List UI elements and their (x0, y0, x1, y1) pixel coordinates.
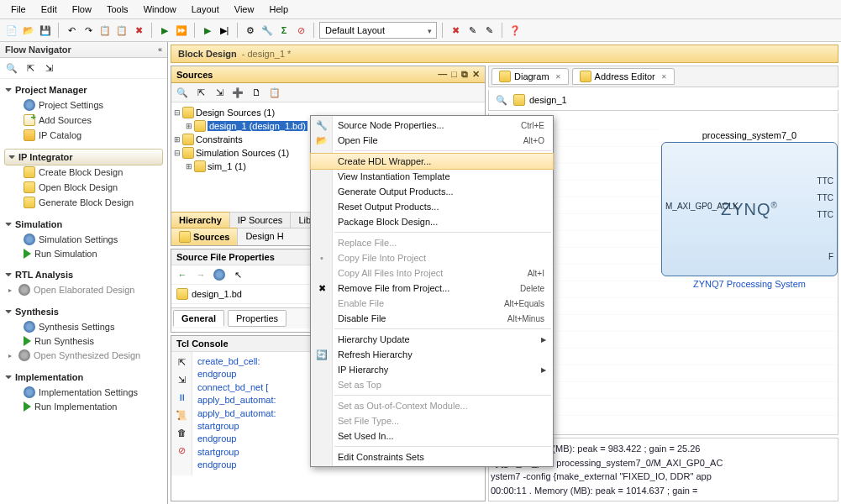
fn-section-project-manager[interactable]: ⏷ Project Manager (5, 82, 162, 97)
minimize-icon[interactable]: — (438, 69, 447, 80)
expand-all-icon[interactable]: ⇲ (41, 60, 56, 76)
fn-item-open-block-design[interactable]: Open Block Design (5, 180, 162, 195)
wand-icon[interactable]: ✎ (465, 23, 480, 38)
tab-ip-sources[interactable]: IP Sources (230, 213, 292, 228)
fn-section-ip-integrator[interactable]: ⏷ IP Integrator (4, 149, 163, 165)
fn-item-ip-catalog[interactable]: IP Catalog (5, 128, 162, 143)
search-icon[interactable]: 🔍 (175, 85, 190, 100)
undo-icon[interactable]: ↶ (64, 23, 79, 38)
fn-item-project-settings[interactable]: Project Settings (5, 97, 162, 113)
subtab-sources[interactable]: Sources (171, 228, 238, 245)
fn-item-create-block-design[interactable]: Create Block Design (5, 165, 162, 180)
expander-icon[interactable]: ⊞ (186, 122, 192, 130)
expander-icon[interactable]: ⊞ (186, 162, 192, 171)
tab-address-editor[interactable]: Address Editor ✕ (572, 68, 675, 85)
fn-item-open-synthesized-design[interactable]: ▸Open Synthesized Design (5, 348, 162, 363)
port-f[interactable]: F (828, 252, 833, 261)
zoom-icon[interactable]: 🔍 (494, 92, 509, 108)
tcl-output[interactable]: create_bd_cell:endgroupconnect_bd_net [a… (192, 352, 281, 475)
play-icon[interactable]: ▶ (200, 23, 215, 38)
ctx-create-hdl-wrapper[interactable]: Create HDL Wrapper... (311, 154, 553, 169)
cancel-icon[interactable]: ⊘ (293, 23, 308, 38)
save-icon[interactable]: 💾 (38, 23, 53, 38)
fn-section-rtl-analysis[interactable]: ⏷ RTL Analysis (5, 267, 162, 282)
delete-icon[interactable]: ✖ (131, 23, 146, 38)
tab-general[interactable]: General (173, 310, 224, 327)
forward-icon[interactable]: → (193, 267, 208, 282)
fn-item-synthesis-settings[interactable]: Synthesis Settings (5, 319, 162, 334)
ctx-disable-file[interactable]: Disable FileAlt+Minus (311, 311, 553, 326)
tcl-collapse-icon[interactable]: ⇱ (174, 354, 189, 370)
ip-caption[interactable]: ZYNQ7 Processing System (661, 276, 838, 291)
port-ttc0[interactable]: TTC (817, 176, 833, 186)
menu-edit[interactable]: Edit (34, 2, 65, 17)
fn-item-run-simulation[interactable]: Run Simulation (5, 247, 162, 260)
port-ttc2[interactable]: TTC (817, 210, 833, 219)
maximize-icon[interactable]: ⧉ (461, 69, 468, 80)
expander-icon[interactable]: ⊟ (174, 108, 181, 117)
list-icon[interactable]: 📋 (267, 85, 282, 100)
port-ttc1[interactable]: TTC (817, 193, 833, 202)
tab-properties[interactable]: Properties (228, 310, 286, 327)
close-icon[interactable]: ✕ (472, 69, 480, 80)
menu-help[interactable]: Help (261, 2, 296, 17)
port-aclk[interactable]: M_AXI_GP0_ACLK (665, 202, 739, 211)
sigma-icon[interactable]: Σ (276, 23, 292, 38)
tcl-pause-icon[interactable]: ⏸ (174, 390, 189, 405)
ctx-reset-output-products[interactable]: Reset Output Products... (311, 199, 553, 214)
ctx-generate-output-products[interactable]: Generate Output Products... (311, 184, 553, 199)
ctx-hierarchy-update[interactable]: Hierarchy Update▶ (311, 332, 553, 347)
step-icon[interactable]: ▶| (217, 23, 232, 38)
add-icon[interactable]: ➕ (230, 85, 245, 100)
gear-icon[interactable] (212, 267, 227, 282)
highlight-icon[interactable]: ✎ (481, 23, 497, 38)
fn-item-run-synthesis[interactable]: Run Synthesis (5, 334, 162, 348)
run-icon[interactable]: ▶ (157, 23, 172, 38)
ctx-open-file[interactable]: 📂Open FileAlt+O (311, 133, 553, 148)
tcl-expand-icon[interactable]: ⇲ (174, 372, 189, 387)
context-menu[interactable]: 🔧Source Node Properties...Ctrl+E📂Open Fi… (310, 115, 554, 467)
collapse-all-icon[interactable]: ⇱ (23, 60, 38, 76)
settings-icon[interactable]: ⚙ (243, 23, 258, 38)
search-icon[interactable]: 🔍 (4, 60, 19, 76)
menu-layout[interactable]: Layout (184, 2, 227, 17)
ctx-source-node-properties[interactable]: 🔧Source Node Properties...Ctrl+E (311, 118, 553, 133)
fn-item-generate-block-design[interactable]: Generate Block Design (5, 195, 162, 210)
ctx-package-block-design[interactable]: Package Block Design... (311, 214, 553, 229)
menu-flow[interactable]: Flow (65, 2, 99, 17)
ctx-set-used-in[interactable]: Set Used In... (311, 428, 553, 444)
copy-icon[interactable]: 📋 (97, 23, 113, 38)
menu-view[interactable]: View (227, 2, 262, 17)
menu-file[interactable]: File (3, 2, 34, 17)
collapse-icon[interactable]: ⇱ (193, 85, 208, 100)
help-icon[interactable]: ❓ (507, 23, 523, 38)
block-design-tab[interactable]: Block Design - design_1 * (171, 45, 838, 63)
back-icon[interactable]: ← (175, 267, 190, 282)
collapse-icon[interactable]: « (158, 45, 162, 54)
tcl-clear-icon[interactable]: 🗑 (174, 425, 189, 440)
tcl-scroll-icon[interactable]: 📜 (174, 407, 189, 423)
ctx-refresh-hierarchy[interactable]: 🔄Refresh Hierarchy (311, 347, 553, 362)
subtab-design[interactable]: Design H (238, 228, 291, 245)
fn-section-implementation[interactable]: ⏷ Implementation (5, 370, 162, 385)
paste-icon[interactable]: 📋 (114, 23, 129, 38)
ctx-view-instantiation-template[interactable]: View Instantiation Template (311, 169, 553, 184)
expander-icon[interactable]: ⊟ (174, 149, 181, 157)
menu-tools[interactable]: Tools (99, 2, 136, 17)
menu-window[interactable]: Window (136, 2, 184, 17)
ctx-remove-file-from-project[interactable]: ✖Remove File from Project...Delete (311, 281, 553, 296)
fn-item-simulation-settings[interactable]: Simulation Settings (5, 232, 162, 247)
cancel-red-icon[interactable]: ✖ (448, 23, 463, 38)
ctx-edit-constraints-sets[interactable]: Edit Constraints Sets (311, 449, 553, 465)
expand-icon[interactable]: ⇲ (212, 85, 227, 100)
fn-item-implementation-settings[interactable]: Implementation Settings (5, 385, 162, 400)
run-all-icon[interactable]: ⏩ (174, 23, 189, 38)
pointer-icon[interactable]: ↖ (230, 267, 245, 282)
fn-item-add-sources[interactable]: Add Sources (5, 113, 162, 128)
ctx-ip-hierarchy[interactable]: IP Hierarchy▶ (311, 362, 553, 377)
layout-selector[interactable]: Default Layout (319, 22, 437, 39)
tab-hierarchy[interactable]: Hierarchy (171, 212, 230, 228)
fn-item-run-implementation[interactable]: Run Implementation (5, 400, 162, 413)
tcl-cancel-icon[interactable]: ⊘ (174, 443, 189, 458)
close-tab-icon[interactable]: ✕ (555, 73, 561, 81)
